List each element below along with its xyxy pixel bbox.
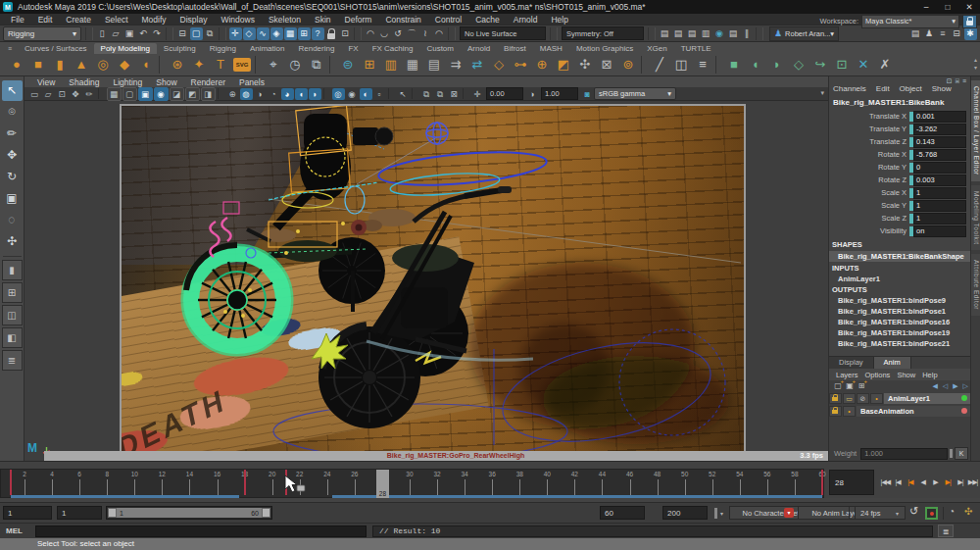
menu-arnold[interactable]: Arnold [507,15,545,25]
pen-detail-icon[interactable]: ≡ [692,55,713,75]
platonic-solid-icon[interactable]: ⊛ [167,55,188,75]
maximize-button[interactable]: □ [937,0,958,14]
wireframe-mode-icon[interactable]: ▦ [107,87,122,101]
move-tool[interactable]: ✥ [2,145,23,166]
multi-cut-icon[interactable]: ✕ [853,55,874,75]
snapshot-icon[interactable]: ⊠ [448,88,461,100]
attribute-value-field[interactable]: -5.768 [913,149,966,161]
output-node-name[interactable]: Bike_rig_MASTER1:bindPose21 [838,339,950,348]
barrel-icon[interactable]: ▥ [380,55,402,75]
default-material-icon[interactable]: ⊕ [226,88,239,100]
boolean-difference-icon[interactable]: ◖ [745,55,766,75]
shelf-tab-turtle[interactable]: TURTLE [674,43,718,54]
poly-cone-icon[interactable]: ▲ [71,55,92,75]
select-hierarchy-icon[interactable]: ⊟ [176,27,189,40]
pan-zoom-icon[interactable]: ✥ [70,88,82,100]
select-tool[interactable]: ↖ [2,80,23,101]
layout-single-pane[interactable]: ▮ [2,260,23,280]
attribute-value-field[interactable]: 0 [913,162,966,174]
arch-tool-icon[interactable]: ◠ [433,27,446,40]
svg-tool-icon[interactable]: SVG [233,58,251,72]
lattice-icon[interactable]: ⧉ [306,55,327,75]
step-forward-key-button[interactable]: ▶| [942,470,955,495]
corner-arrow-icon[interactable]: ◩ [553,55,574,75]
layer-solo-icon[interactable]: ⊘ [857,393,869,404]
range-slider-bar[interactable] [108,508,270,518]
shaded-mode-icon[interactable]: ▢ [122,87,137,101]
anim-layer-name[interactable]: AnimLayer1 [884,393,971,404]
menu-display[interactable]: Display [173,15,215,25]
construction-history-icon[interactable]: ◠ [365,27,377,40]
pixel-ball-icon[interactable]: ⊚ [617,55,639,75]
grease-pencil-icon[interactable]: ✏ [83,88,96,100]
layout-four-pane[interactable]: ⊞ [2,282,23,303]
panel-menu-show[interactable]: Show [149,77,183,87]
isolate-select-icon[interactable]: ◖ [295,88,308,100]
redo-icon[interactable]: ↷ [151,27,164,40]
snap-curve-icon[interactable]: ◇ [243,27,256,40]
play-forwards-button[interactable]: ▶ [929,470,942,495]
viewport-canvas[interactable]: DEATH [120,104,746,453]
gain-icon[interactable]: ◑ [526,88,539,100]
menu-windows[interactable]: Windows [214,15,261,25]
fan-icon[interactable]: ✣ [574,55,596,75]
lighting-default-icon[interactable]: ◉ [346,88,359,100]
image-plane-icon[interactable]: ⊡ [56,88,69,100]
wire-on-shaded-icon[interactable]: ◍ [240,88,253,100]
playback-speed-icon[interactable]: ◔ [949,506,955,517]
move-layer-down-icon[interactable]: ◁ [943,382,948,390]
output-node-name[interactable]: Bike_rig_MASTER1:bindPose9 [838,296,946,305]
panel-menu-view[interactable]: View [30,77,62,87]
shelf-tab-custom[interactable]: Custom [419,43,461,54]
shelf-tab-bifrost[interactable]: Bifrost [497,43,533,54]
step-back-key-button[interactable]: |◀ [905,470,917,495]
shelf-scroll-arrows[interactable]: ▴ ▾ [974,56,977,72]
go-to-end-button[interactable]: ▶▶| [966,470,979,495]
chevron-down-icon[interactable]: ▾ [896,510,899,517]
auto-keyframe-toggle[interactable] [925,507,938,520]
poly-plane-icon[interactable]: ◆ [114,55,135,75]
menu-modify[interactable]: Modify [135,15,173,25]
make-live-icon[interactable]: ? [312,27,324,40]
symmetry-field[interactable]: Symmetry: Off [562,26,644,40]
rebuild-curve-icon[interactable]: ↺ [392,27,405,40]
menu-skin[interactable]: Skin [308,15,338,25]
pause-viewport-icon[interactable]: ∥ [741,27,754,40]
sliders-toggle-icon[interactable]: ≡ [937,27,950,40]
mel-language-toggle[interactable]: MEL [6,525,23,537]
joint-tool[interactable]: ✣ [2,231,23,252]
bookmark-icon[interactable]: ▱ [42,88,55,100]
range-slider[interactable]: 1 60 [106,506,272,520]
save-scene-icon[interactable]: ▣ [123,27,136,40]
create-override-layer-icon[interactable]: ⊞+ [856,381,867,390]
exposure-icon[interactable]: ✛ [471,88,484,100]
attribute-value-field[interactable]: 0.003 [913,175,966,186]
layer-menu-show[interactable]: Show [897,371,915,379]
layer-menu-options[interactable]: Options [865,371,891,379]
retopo-icon[interactable]: ◫ [670,55,692,75]
move-layer-up-icon[interactable]: ◀ [932,382,937,390]
shelf-tab-arnold[interactable]: Arnold [461,43,497,54]
go-to-start-button[interactable]: |◀◀ [879,470,892,495]
output-node-name[interactable]: Bike_rig_MASTER1:bindPose1 [838,307,946,316]
output-node-name[interactable]: Bike_rig_MASTER1:bindPose16 [838,318,950,326]
range-start-handle[interactable] [108,508,117,518]
shelf-tab-rendering[interactable]: Rendering [291,43,341,54]
curve-snap-icon[interactable]: ◡ [378,27,391,40]
grid-icon[interactable]: ▦ [402,55,423,75]
input-node-name[interactable]: AnimLayer1 [838,275,880,283]
shelf-menu-icon[interactable]: ≡ [2,43,18,54]
wave-tool-icon[interactable]: ≀ [419,27,432,40]
gain-field[interactable]: 1.00 [541,87,578,100]
fog-icon[interactable]: ◗ [309,88,321,100]
panel-menu-renderer[interactable]: Renderer [184,77,232,87]
layer-lock-icon[interactable] [829,393,842,404]
pencil-line-icon[interactable]: ╱ [649,55,670,75]
character-set-menu-icon[interactable]: ▾ [784,508,794,518]
channel-box-menu-channels[interactable]: Channels [833,84,866,93]
boolean-union-icon[interactable]: ■ [723,55,745,75]
chevron-down-icon[interactable]: ▾ [720,510,723,517]
cube-wire-icon[interactable]: ◇ [488,55,510,75]
poly-text-icon[interactable]: T [210,55,231,75]
poly-cube-icon[interactable]: ■ [27,55,49,75]
